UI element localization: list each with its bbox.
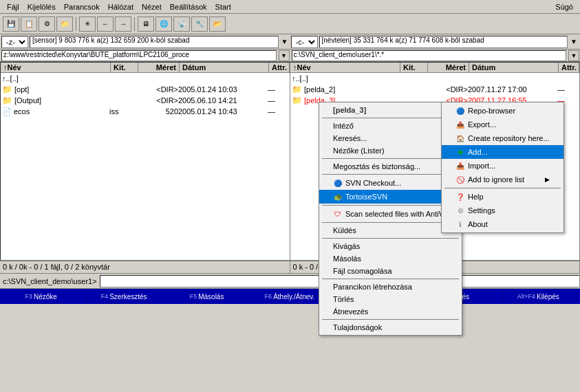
right-path-display: [névtelen] 35 331 764 k a(z) 71 774 608 … xyxy=(319,36,568,48)
left-panel-header: ↑Név Kit. Méret Dátum Attr. xyxy=(1,63,290,73)
left-drive-selector[interactable]: -z- xyxy=(1,36,28,48)
toolbar-btn-4[interactable]: 📁 xyxy=(56,17,73,32)
right-path-bar: c:\SVN_client_demo\user1\*.* ▼ xyxy=(290,50,581,61)
sub-help[interactable]: ❓ Help xyxy=(442,190,563,204)
ctx-átnevezés[interactable]: Átnevezés xyxy=(319,305,462,318)
left-col-date[interactable]: Dátum xyxy=(180,63,269,72)
func-f5[interactable]: F5 Másolás xyxy=(166,289,248,304)
table-row[interactable]: 📁[Output] <DIR> 2005.06.10 14:21 — xyxy=(1,95,290,106)
left-path-input[interactable]: z:\www\restricted\eKonyvtar\BUTE_platfor… xyxy=(1,50,277,61)
left-status: 0 k / 0k - 0 / 1 fájl, 0 / 2 könyvtár xyxy=(0,261,290,273)
toolbar-btn-7[interactable]: 🌐 xyxy=(155,17,172,32)
menu-view[interactable]: Nézet xyxy=(138,1,166,12)
ctx-keresés[interactable]: Keresés... xyxy=(319,132,462,144)
menu-help[interactable]: Súgó xyxy=(551,1,577,12)
ctx-tulajdonságok[interactable]: Tulajdonságok xyxy=(319,321,462,334)
toolbar-btn-1[interactable]: 💾 xyxy=(3,17,19,32)
ctx-nézőke[interactable]: Nézőke (Lister) xyxy=(319,144,462,157)
right-col-ext[interactable]: Kit. xyxy=(400,63,428,72)
left-col-attr[interactable]: Attr. xyxy=(269,63,290,72)
left-col-size[interactable]: Méret xyxy=(138,63,180,72)
separator-2 xyxy=(134,17,135,31)
address-bars: -z- [sensor] 9 803 776 k a(z) 132 659 20… xyxy=(0,34,580,50)
ctx-sep-1 xyxy=(322,158,459,159)
tortoise-submenu: 🔵 Repo-browser 📤 Export... 🏠 Create repo… xyxy=(441,102,564,233)
menu-select[interactable]: Kijelölés xyxy=(23,1,60,12)
sub-import[interactable]: 📥 Import... xyxy=(442,159,563,173)
sub-about[interactable]: ℹ About xyxy=(442,217,563,231)
toolbar-btn-9[interactable]: 🔧 xyxy=(191,17,208,32)
toolbar-btn-6[interactable]: 🖥 xyxy=(138,17,154,32)
menubar: Fájl Kijelölés Parancsok Hálózat Nézet B… xyxy=(0,0,580,14)
ctx-antivir[interactable]: 🛡 Scan selected files with AntiVir xyxy=(319,207,462,221)
ctx-másolás[interactable]: Másolás xyxy=(319,252,462,265)
toolbar-btn-fwd[interactable]: → xyxy=(115,17,131,32)
table-row[interactable]: ↑..[..] xyxy=(1,73,290,84)
table-row[interactable]: 📄ecos iss 520 2005.01.24 10:43 — xyxy=(1,106,290,117)
right-path-btn[interactable]: ▼ xyxy=(568,50,579,61)
table-row[interactable]: 📁[pelda_2] <DIR> 2007.11.27 17:00 — xyxy=(290,84,579,95)
ctx-törlés[interactable]: Törlés xyxy=(319,293,462,305)
right-drive-selector[interactable]: -c- xyxy=(291,36,318,48)
sub-ignore[interactable]: 🚫 Add to ignore list ▶ xyxy=(442,173,563,186)
right-panel-header: ↑Név Kit. Méret Dátum Attr. xyxy=(290,63,579,73)
ctx-sep-5 xyxy=(322,238,459,239)
right-path-arrow[interactable]: ▼ xyxy=(569,38,579,45)
ctx-megosztás[interactable]: Megosztás és biztonság... xyxy=(319,160,462,173)
tortoise-icon: 🐢 xyxy=(333,192,343,202)
ctx-kivágás[interactable]: Kivágás xyxy=(319,240,462,252)
ctx-intéző[interactable]: Intéző xyxy=(319,120,462,132)
settings-icon: ⚙ xyxy=(455,206,465,215)
function-keys-bar: F3 Nézőke F4 Szerkesztés F5 Másolás F6 Á… xyxy=(0,289,580,304)
ctx-tortoisesvn[interactable]: 🐢 TortoiseSVN ▶ xyxy=(319,190,462,204)
left-col-ext[interactable]: Kit. xyxy=(111,63,138,72)
path-bars: z:\www\restricted\eKonyvtar\BUTE_platfor… xyxy=(0,50,580,62)
right-col-name[interactable]: ↑Név xyxy=(290,63,400,72)
export-icon: 📤 xyxy=(455,120,465,129)
right-col-attr[interactable]: Attr. xyxy=(559,63,579,72)
ctx-parancikon[interactable]: Parancikon létrehozása xyxy=(319,281,462,293)
toolbar-btn-8[interactable]: 📡 xyxy=(173,17,190,32)
sub-export[interactable]: 📤 Export... xyxy=(442,118,563,131)
toolbar-btn-3[interactable]: ⚙ xyxy=(39,17,55,32)
repo-icon: 🔵 xyxy=(455,106,465,116)
left-path-arrow[interactable]: ▼ xyxy=(280,38,290,45)
func-altf4[interactable]: Alt+F4 Kilépés xyxy=(497,289,580,304)
command-line: c:\SVN_client_demo\user1> xyxy=(0,274,580,289)
toolbar-btn-5[interactable]: ✳ xyxy=(79,17,96,32)
table-row[interactable]: ↑..[..] xyxy=(290,73,579,84)
menu-file[interactable]: Fájl xyxy=(3,1,23,12)
help-icon: ❓ xyxy=(455,192,465,202)
menu-start[interactable]: Start xyxy=(211,1,235,12)
sub-sep-1 xyxy=(444,188,561,188)
ctx-sep-7 xyxy=(322,319,459,320)
ctx-küldés[interactable]: Küldés ▶ xyxy=(319,224,462,237)
menu-settings[interactable]: Beállítások xyxy=(166,1,211,12)
left-drive-select[interactable]: -z- xyxy=(1,36,28,48)
right-drive-select[interactable]: -c- xyxy=(291,36,318,48)
right-path-input[interactable]: c:\SVN_client_demo\user1\*.* xyxy=(292,50,567,61)
toolbar-btn-10[interactable]: 📂 xyxy=(209,17,226,32)
right-col-size[interactable]: Méret xyxy=(428,63,469,72)
menu-commands[interactable]: Parancsok xyxy=(60,1,104,12)
sub-create-repo[interactable]: 🏠 Create repository here... xyxy=(442,131,563,145)
sub-settings[interactable]: ⚙ Settings xyxy=(442,204,563,217)
func-f3[interactable]: F3 Nézőke xyxy=(0,289,83,304)
func-f4[interactable]: F4 Szerkesztés xyxy=(83,289,165,304)
separator-1 xyxy=(76,17,76,31)
sub-add[interactable]: ✚ Add... xyxy=(442,145,563,159)
ctx-svn-checkout[interactable]: 🔵 SVN Checkout... xyxy=(319,176,462,190)
ctx-csomagolás[interactable]: Fájl csomagolása xyxy=(319,265,462,277)
table-row[interactable]: 📁[opt] <DIR> 2005.01.24 10:03 — xyxy=(1,84,290,95)
menu-network[interactable]: Hálózat xyxy=(104,1,138,12)
antivir-icon: 🛡 xyxy=(333,209,343,219)
cmd-prompt: c:\SVN_client_demo\user1> xyxy=(0,277,100,285)
left-col-name[interactable]: ↑Név xyxy=(1,63,111,72)
right-col-date[interactable]: Dátum xyxy=(469,63,559,72)
ctx-sep-3 xyxy=(322,205,459,206)
sub-repo-browser[interactable]: 🔵 Repo-browser xyxy=(442,104,563,118)
toolbar-btn-2[interactable]: 📋 xyxy=(21,17,37,32)
toolbar: 💾 📋 ⚙ 📁 ✳ ← → 🖥 🌐 📡 🔧 📂 xyxy=(0,14,580,34)
toolbar-btn-back[interactable]: ← xyxy=(97,17,114,32)
left-path-btn[interactable]: ▼ xyxy=(279,50,290,61)
